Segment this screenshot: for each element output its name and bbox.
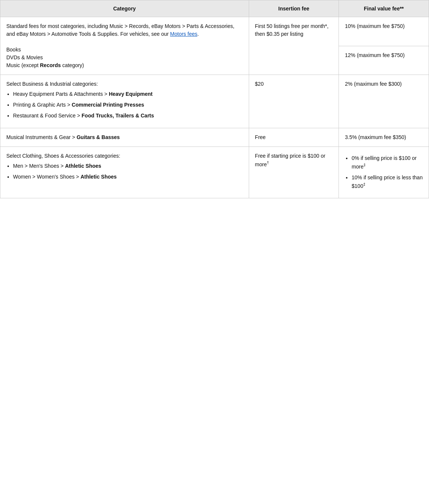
womens-athletic-bold: Athletic Shoes (80, 174, 117, 180)
mens-athletic-bold: Athletic Shoes (65, 163, 101, 169)
final-value-fee-standard-2-text: 12% (maximum fee $750) (345, 52, 404, 58)
table-row: Standard fees for most categories, inclu… (0, 17, 429, 46)
table-row: Musical Instruments & Gear > Guitars & B… (0, 128, 429, 147)
business-intro: Select Business & Industrial categories: (6, 80, 243, 88)
dvds-line: DVDs & Movies (6, 54, 243, 62)
sup-1: ‡ (363, 163, 366, 167)
heavy-equipment-bold: Heavy Equipment (109, 91, 152, 97)
sup-2: ‡ (363, 182, 365, 186)
final-value-fee-standard-2: 12% (maximum fee $750) (339, 46, 429, 75)
clothing-bullet-list: Men > Men's Shoes > Athletic Shoes Women… (6, 162, 243, 181)
final-value-fee-guitars: 3.5% (maximum fee $350) (339, 128, 429, 147)
insertion-fee-guitars: Free (249, 128, 339, 147)
header-final-value-fee: Final value fee** (339, 0, 429, 17)
final-value-fee-guitars-text: 3.5% (maximum fee $350) (345, 134, 406, 140)
list-item: 0% if selling price is $100 or more‡ (352, 154, 423, 171)
final-value-fee-business: 2% (maximum fee $300) (339, 75, 429, 128)
insertion-fee-clothing-text: Free if starting price is $100 or more† (255, 153, 325, 167)
insertion-fee-guitars-text: Free (255, 134, 266, 140)
books-line: Books (6, 46, 243, 54)
category-clothing: Select Clothing, Shoes & Accessories cat… (0, 147, 249, 198)
motors-fees-link[interactable]: Motors fees (170, 31, 197, 37)
list-item: Restaurant & Food Service > Food Trucks,… (13, 112, 243, 120)
list-item: 10% if selling price is less than $100‡ (352, 174, 423, 190)
list-item: Women > Women's Shoes > Athletic Shoes (13, 173, 243, 181)
category-standard: Standard fees for most categories, inclu… (0, 17, 249, 75)
header-category: Category (0, 0, 249, 17)
business-bullet-list: Heavy Equipment Parts & Attachments > He… (6, 90, 243, 120)
list-item: Men > Men's Shoes > Athletic Shoes (13, 162, 243, 170)
clothing-intro: Select Clothing, Shoes & Accessories cat… (6, 152, 243, 160)
guitars-prefix: Musical Instruments & Gear > (6, 134, 77, 140)
insertion-fee-business: $20 (249, 75, 339, 128)
insertion-fee-business-text: $20 (255, 81, 264, 87)
food-trucks-bold: Food Trucks, Trailers & Carts (82, 113, 154, 119)
insertion-fee-standard: First 50 listings free per month*, then … (249, 17, 339, 75)
table-row: Select Business & Industrial categories:… (0, 75, 429, 128)
final-value-fee-standard-1: 10% (maximum fee $750) (339, 17, 429, 46)
clothing-final-value-list: 0% if selling price is $100 or more‡ 10%… (345, 154, 423, 190)
final-value-fee-standard-1-text: 10% (maximum fee $750) (345, 23, 404, 29)
insertion-fee-clothing: Free if starting price is $100 or more† (249, 147, 339, 198)
fees-table: Category Insertion fee Final value fee**… (0, 0, 429, 198)
insertion-fee-standard-text: First 50 listings free per month*, then … (255, 23, 329, 37)
header-insertion-fee: Insertion fee (249, 0, 339, 17)
insertion-fee-sup: † (267, 161, 269, 165)
list-item: Printing & Graphic Arts > Commercial Pri… (13, 101, 243, 109)
table-row: Select Clothing, Shoes & Accessories cat… (0, 147, 429, 198)
standard-description: Standard fees for most categories, inclu… (6, 22, 243, 38)
list-item: Heavy Equipment Parts & Attachments > He… (13, 90, 243, 98)
final-value-fee-business-text: 2% (maximum fee $300) (345, 81, 402, 87)
final-value-fee-clothing: 0% if selling price is $100 or more‡ 10%… (339, 147, 429, 198)
guitars-bold: Guitars & Basses (77, 134, 120, 140)
category-business: Select Business & Industrial categories:… (0, 75, 249, 128)
records-bold: Records (40, 62, 61, 68)
music-line: Music (except Records category) (6, 62, 243, 69)
category-guitars: Musical Instruments & Gear > Guitars & B… (0, 128, 249, 147)
commercial-printing-bold: Commercial Printing Presses (72, 102, 144, 108)
